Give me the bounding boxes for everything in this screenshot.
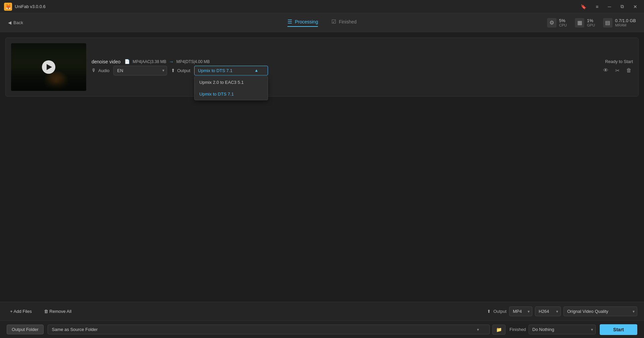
codec-select-wrapper: H264 H265 HEVC: [535, 306, 561, 316]
dropdown-item-dts71[interactable]: Upmix to DTS 7.1: [195, 88, 268, 100]
finished-section: Finished Do Nothing Shut Down Sleep: [509, 325, 596, 334]
titlebar-controls: 🔖 ≡ ─ ⧉ ✕: [578, 2, 640, 11]
bottom-toolbar: + Add Files 🗑 Remove All ⬆ Output MP4 MK…: [0, 302, 644, 321]
start-button[interactable]: Start: [600, 324, 637, 335]
footer-bar: Output Folder Same as Source Folder 📁 Fi…: [0, 321, 644, 338]
quality-select[interactable]: Orignal Video Quality High Quality Mediu…: [564, 306, 637, 316]
finished-tab-label: Finished: [339, 19, 357, 24]
format-select[interactable]: MP4 MKV AVI: [509, 306, 532, 316]
mram-icon: ▤: [603, 18, 612, 27]
delete-button[interactable]: 🗑: [625, 66, 633, 75]
output-dropdown-trigger[interactable]: Upmix to DTS 7.1 ▲: [194, 66, 268, 75]
gpu-icon: ▦: [575, 18, 584, 27]
dropdown-item-eac3[interactable]: Upmix 2.0 to EAC3 5.1: [195, 76, 268, 88]
file-icon: 📄: [124, 59, 130, 64]
input-format: MP4|AAC|3.38 MB: [132, 59, 166, 64]
finished-label: Finished: [509, 327, 526, 332]
minimize-btn[interactable]: ─: [605, 3, 614, 11]
dropdown-selected-value: Upmix to DTS 7.1: [198, 68, 232, 73]
video-card: denoise video 📄 MP4|AAC|3.38 MB → MP4|DT…: [5, 38, 639, 97]
header-tabs: ☰ Processing ☑ Finished: [287, 18, 357, 27]
main-content: denoise video 📄 MP4|AAC|3.38 MB → MP4|DT…: [0, 32, 644, 302]
folder-browse-button[interactable]: 📁: [492, 325, 505, 335]
titlebar-left: 🦊 UniFab v3.0.0.6: [4, 3, 46, 11]
folder-path-select[interactable]: Same as Source Folder: [48, 325, 490, 334]
tab-processing[interactable]: ☰ Processing: [287, 18, 318, 27]
mram-value: 0.7/1.0 GB: [615, 18, 636, 23]
app-logo: 🦊: [4, 3, 12, 11]
processing-tab-icon: ☰: [287, 18, 292, 25]
bottom-output-text: Output: [493, 309, 506, 314]
lang-select-wrapper: EN: [113, 66, 167, 75]
output-folder-button[interactable]: Output Folder: [7, 325, 44, 334]
video-thumbnail[interactable]: [11, 43, 86, 91]
gpu-percent: 1%: [587, 18, 595, 23]
bottom-output-section: ⬆ Output MP4 MKV AVI H264 H265 HEVC Orig…: [487, 306, 637, 316]
bottom-output-label: ⬆: [487, 309, 491, 314]
app-title: UniFab v3.0.0.6: [15, 4, 46, 9]
gpu-label: GPU: [587, 23, 595, 27]
tab-finished[interactable]: ☑ Finished: [331, 18, 357, 27]
folder-path-wrapper: Same as Source Folder: [48, 325, 490, 334]
cpu-label: CPU: [559, 23, 567, 27]
dropdown-chevron-icon: ▲: [254, 68, 258, 73]
audio-text: Audio: [98, 68, 109, 73]
video-name: denoise video: [92, 59, 120, 64]
back-button[interactable]: ◀ Back: [8, 20, 23, 25]
cpu-values: 5% CPU: [559, 18, 567, 27]
play-triangle-icon: [47, 64, 52, 70]
back-label: Back: [13, 20, 23, 25]
audio-row: 🎙 Audio EN ⬆ Output: [92, 66, 633, 75]
menu-btn[interactable]: ≡: [593, 3, 601, 11]
output-icon: ⬆: [171, 68, 175, 73]
finished-select-wrapper: Do Nothing Shut Down Sleep: [529, 325, 596, 334]
output-folder-label: Output Folder: [12, 327, 39, 332]
output-dropdown-container: Upmix to DTS 7.1 ▲ Upmix 2.0 to EAC3 5.1…: [194, 66, 268, 75]
cpu-icon: ⚙: [547, 18, 556, 27]
video-card-header: denoise video 📄 MP4|AAC|3.38 MB → MP4|DT…: [11, 43, 633, 91]
processing-tab-label: Processing: [295, 19, 318, 24]
add-files-label: + Add Files: [10, 309, 32, 314]
gpu-stat: ▦ 1% GPU: [575, 18, 595, 27]
language-select[interactable]: EN: [113, 66, 167, 75]
restore-btn[interactable]: ⧉: [618, 2, 627, 11]
gpu-values: 1% GPU: [587, 18, 595, 27]
mram-stat: ▤ 0.7/1.0 GB MRAM: [603, 18, 636, 27]
mram-values: 0.7/1.0 GB MRAM: [615, 18, 636, 27]
codec-select[interactable]: H264 H265 HEVC: [535, 306, 561, 316]
remove-all-label: 🗑 Remove All: [44, 309, 71, 314]
arrow-right-icon: →: [169, 59, 174, 64]
add-files-button[interactable]: + Add Files: [7, 307, 35, 316]
output-dropdown-menu: Upmix 2.0 to EAC3 5.1 Upmix to DTS 7.1: [194, 76, 268, 100]
cpu-percent: 5%: [559, 18, 567, 23]
mic-icon: 🎙: [92, 68, 96, 73]
file-info: 📄 MP4|AAC|3.38 MB → MP4|DTS|4.00 MB: [124, 59, 210, 64]
output-format: MP4|DTS|4.00 MB: [176, 59, 210, 64]
card-actions: 👁 ✂ 🗑: [602, 66, 633, 75]
close-btn[interactable]: ✕: [631, 3, 640, 11]
video-info: denoise video 📄 MP4|AAC|3.38 MB → MP4|DT…: [92, 59, 633, 75]
remove-all-button[interactable]: 🗑 Remove All: [41, 307, 75, 316]
video-title-row: denoise video 📄 MP4|AAC|3.38 MB → MP4|DT…: [92, 59, 633, 64]
titlebar: 🦊 UniFab v3.0.0.6 🔖 ≡ ─ ⧉ ✕: [0, 0, 644, 13]
format-select-wrapper: MP4 MKV AVI: [509, 306, 532, 316]
quality-select-wrapper: Orignal Video Quality High Quality Mediu…: [564, 306, 637, 316]
status-badge: Ready to Start: [605, 59, 633, 64]
save-icon-btn[interactable]: 🔖: [578, 3, 589, 11]
finished-tab-icon: ☑: [331, 18, 336, 25]
audio-label: 🎙 Audio: [92, 68, 109, 73]
output-text: Output: [177, 68, 190, 73]
back-arrow-icon: ◀: [8, 20, 11, 25]
scissors-button[interactable]: ✂: [614, 66, 621, 75]
play-button[interactable]: [42, 60, 55, 74]
mram-label: MRAM: [615, 23, 636, 27]
finished-select[interactable]: Do Nothing Shut Down Sleep: [529, 325, 596, 334]
header: ◀ Back ☰ Processing ☑ Finished ⚙ 5% CPU …: [0, 13, 644, 32]
eye-button[interactable]: 👁: [602, 66, 610, 75]
cpu-stat: ⚙ 5% CPU: [547, 18, 567, 27]
output-label: ⬆ Output: [171, 68, 190, 73]
header-stats: ⚙ 5% CPU ▦ 1% GPU ▤ 0.7/1.0 GB MRAM: [547, 18, 636, 27]
